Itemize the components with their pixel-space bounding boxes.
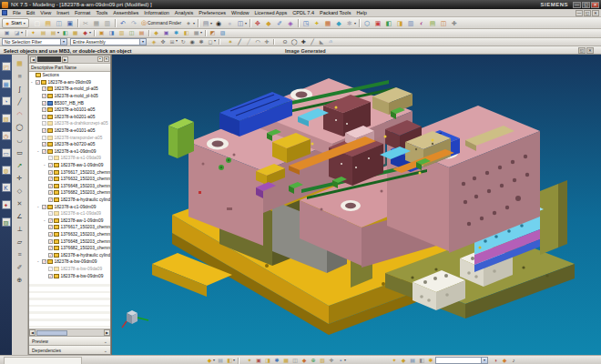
title-bar[interactable]: NX 7.5 - Modeling - [182378-a-am-09dm09.… <box>0 0 601 9</box>
toolbar-icon[interactable]: ▣ <box>372 18 383 28</box>
selection-scope-combo[interactable]: Entire Assembly ▾ <box>70 38 147 46</box>
toolbar-icon[interactable]: ▤ <box>38 29 48 37</box>
component-checkbox[interactable] <box>42 142 46 147</box>
toolbar-icon[interactable]: ◆ <box>205 357 214 364</box>
snap-point-icon[interactable]: ◻ <box>206 38 215 46</box>
toolbar-icon[interactable]: ✱ <box>272 357 281 364</box>
tree-row[interactable]: - 182378-aw-1-09dm09 <box>29 217 110 224</box>
chevron-down-icon[interactable]: ▾ <box>139 39 146 45</box>
toolbar-icon[interactable]: ▪ <box>336 357 345 364</box>
menu-item[interactable]: Insert <box>54 10 72 15</box>
tree-row[interactable]: 182378-a-hydraulic cylinder <box>29 251 110 258</box>
menu-item[interactable]: File <box>10 10 24 15</box>
tree-row[interactable]: 182378-a-hydraulic cylinder <box>29 197 110 204</box>
minimize-button[interactable]: — <box>573 2 581 8</box>
toolbar-icon[interactable]: ◆ <box>399 357 408 364</box>
toolbar-icon[interactable]: ◉ <box>213 18 224 28</box>
tree-row[interactable]: 1376648_150203_chemnitz <box>29 238 110 245</box>
sketch-tool-icon[interactable]: ◇ <box>14 186 25 196</box>
toolbar-icon[interactable]: ◫ <box>235 18 246 28</box>
sketch-tool-icon[interactable]: ◠ <box>14 109 25 119</box>
component-checkbox[interactable] <box>48 246 53 250</box>
component-checkbox[interactable] <box>42 136 46 140</box>
toolbar-icon[interactable]: ✦ <box>28 29 38 37</box>
tree-row[interactable]: - 182378-a-am-09dm09 <box>29 79 110 86</box>
component-checkbox[interactable] <box>48 232 53 237</box>
sketch-tool-icon[interactable]: ⊥ <box>14 224 25 234</box>
sketch-tool-icon[interactable]: ʃ <box>14 84 25 94</box>
toolbar-icon[interactable]: ♪ <box>509 357 518 364</box>
toolbar-icon[interactable]: ▤ <box>200 18 211 28</box>
snap-point-icon[interactable]: ↻ <box>178 38 188 46</box>
toolbar-icon[interactable]: ✦ <box>245 357 254 364</box>
menu-item[interactable]: Window <box>229 10 252 15</box>
toolbar-icon[interactable]: ◆ <box>80 29 90 37</box>
component-checkbox[interactable] <box>42 86 46 91</box>
component-checkbox[interactable] <box>42 121 46 126</box>
component-checkbox[interactable] <box>42 205 46 209</box>
resource-bar-icon[interactable]: ▭ <box>2 148 11 157</box>
hscroll-thumb[interactable] <box>36 330 67 336</box>
toolbar-icon[interactable]: ▤ <box>427 18 438 28</box>
toolbar-icon[interactable]: ✚ <box>449 18 460 28</box>
component-checkbox[interactable] <box>42 149 46 154</box>
panel-close-icon[interactable]: ✕ <box>104 56 109 62</box>
toolbar-icon[interactable]: ◑ <box>491 357 500 364</box>
toolbar-icon[interactable]: ✱ <box>344 18 355 28</box>
toolbar-icon[interactable]: ✥ <box>252 18 263 28</box>
resource-bar-icon[interactable]: ✦ <box>2 200 11 209</box>
resource-bar-icon[interactable]: ◔ <box>2 96 11 106</box>
snap-point-icon[interactable]: ⊙ <box>280 38 290 46</box>
toolbar-icon[interactable]: ◆ <box>333 18 344 28</box>
toolbar-icon[interactable]: ▦ <box>91 18 102 28</box>
tree-row[interactable]: 1376682_150203_chemnitz <box>29 189 110 197</box>
sketch-tool-icon[interactable]: ◯ <box>14 122 25 132</box>
toolbar-icon[interactable]: ◫ <box>127 29 137 37</box>
tree-row[interactable]: 1376682_150203_chemnitz <box>29 245 110 252</box>
menu-item[interactable]: Help <box>353 10 369 15</box>
toolbar-icon[interactable]: ◧ <box>417 357 426 364</box>
chevron-down-icon[interactable]: ▾ <box>60 39 66 45</box>
toolbar-icon[interactable]: ◆ <box>300 357 309 364</box>
tree-row[interactable]: B5307_HB_HB <box>29 99 110 106</box>
component-checkbox[interactable] <box>48 274 53 278</box>
toolbar-icon[interactable]: ◆ <box>500 357 509 364</box>
toolbar-icon[interactable]: ◫ <box>54 18 65 28</box>
graphics-close-button[interactable]: ✕ <box>586 47 594 54</box>
tree-row[interactable]: - 182378-a-bw-09dm09 <box>29 258 110 266</box>
tree-row[interactable]: 1376617_150203_chemnitz <box>29 224 110 231</box>
tree-row[interactable]: 1376632_150203_chemnitz <box>29 176 110 183</box>
component-checkbox[interactable] <box>48 253 53 258</box>
menu-item[interactable]: Edit <box>24 10 37 15</box>
toolbar-icon[interactable]: ↶ <box>117 18 128 28</box>
chevron-down-icon[interactable]: ▾ <box>481 358 487 363</box>
toolbar-icon[interactable]: ◧ <box>383 18 394 28</box>
component-checkbox[interactable] <box>48 211 53 216</box>
resource-bar-icon[interactable]: ▧ <box>2 114 11 123</box>
toolbar-icon[interactable]: ◧ <box>60 29 70 37</box>
component-checkbox[interactable] <box>48 163 53 167</box>
tree-row[interactable]: 182378-a-e0101-a05 <box>29 127 110 135</box>
dependencies-drawer[interactable]: Dependencies ⌄ <box>29 345 110 354</box>
snap-point-icon[interactable]: ⌾ <box>326 38 335 46</box>
toolbar-icon[interactable]: ⌖ <box>183 18 194 28</box>
toolbar-icon[interactable]: ✦ <box>311 18 322 28</box>
toolbar-icon[interactable]: ▢ <box>32 18 43 28</box>
menu-item[interactable]: Tools <box>93 10 110 15</box>
snap-point-icon[interactable]: ✚ <box>299 38 308 46</box>
snap-point-icon[interactable]: ◣ <box>317 38 326 46</box>
tree-row[interactable]: 182378-transponder-a05 <box>29 134 110 141</box>
toolbar-icon[interactable]: ▤ <box>137 29 147 37</box>
resource-bar-icon[interactable]: ◰ <box>2 62 11 71</box>
toolbar-icon[interactable]: ◨ <box>394 18 405 28</box>
toolbar-icon[interactable]: ◐ <box>416 18 427 28</box>
toolbar-icon[interactable]: ◈ <box>285 18 296 28</box>
tree-row[interactable]: - 182378-a-c1-09dm09 <box>29 203 110 210</box>
component-checkbox[interactable] <box>48 184 53 188</box>
menu-item[interactable]: Preferences <box>196 10 229 15</box>
component-checkbox[interactable] <box>48 239 53 244</box>
tree-row[interactable]: 182378-a-b0101-a05 <box>29 106 110 114</box>
menu-item[interactable]: Information <box>141 10 172 15</box>
snap-point-icon[interactable]: ◠ <box>253 38 262 46</box>
toolbar-icon[interactable]: ◳ <box>300 18 311 28</box>
